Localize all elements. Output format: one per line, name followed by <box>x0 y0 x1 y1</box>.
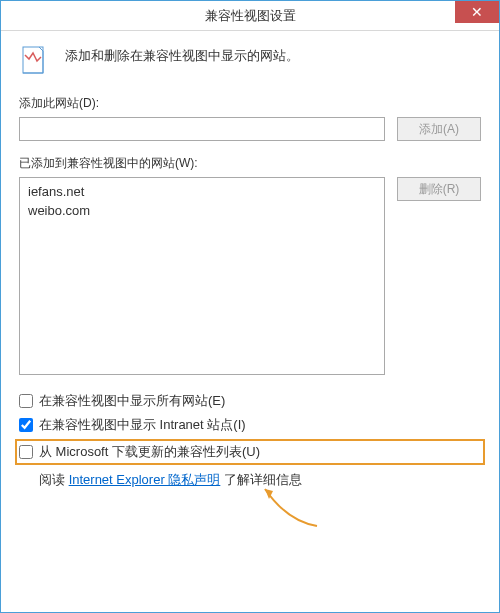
list-item[interactable]: iefans.net <box>28 182 376 201</box>
description-text: 添加和删除在兼容性视图中显示的网站。 <box>65 45 299 65</box>
site-listbox[interactable]: iefans.net weibo.com <box>19 177 385 375</box>
checkbox-show-all[interactable] <box>19 394 33 408</box>
checkbox-download-ms[interactable] <box>19 445 33 459</box>
add-site-label: 添加此网站(D): <box>19 95 481 112</box>
check-show-intranet-label: 在兼容性视图中显示 Intranet 站点(I) <box>39 416 246 434</box>
close-button[interactable]: ✕ <box>455 1 499 23</box>
check-download-ms[interactable]: 从 Microsoft 下载更新的兼容性列表(U) <box>15 439 485 465</box>
check-show-all[interactable]: 在兼容性视图中显示所有网站(E) <box>19 389 481 413</box>
add-site-row: 添加(A) <box>19 117 481 141</box>
privacy-link[interactable]: Internet Explorer 隐私声明 <box>69 472 221 487</box>
compat-view-icon <box>19 45 51 77</box>
check-show-intranet[interactable]: 在兼容性视图中显示 Intranet 站点(I) <box>19 413 481 437</box>
dialog-content: 添加和删除在兼容性视图中显示的网站。 添加此网站(D): 添加(A) 已添加到兼… <box>1 31 499 503</box>
privacy-suffix: 了解详细信息 <box>220 472 302 487</box>
window-title: 兼容性视图设置 <box>205 7 296 25</box>
svg-marker-1 <box>265 489 273 499</box>
list-item[interactable]: weibo.com <box>28 201 376 220</box>
site-list-label: 已添加到兼容性视图中的网站(W): <box>19 155 481 172</box>
privacy-line: 阅读 Internet Explorer 隐私声明 了解详细信息 <box>19 467 481 489</box>
list-button-column: 删除(R) <box>397 177 481 375</box>
check-download-ms-label: 从 Microsoft 下载更新的兼容性列表(U) <box>39 443 260 461</box>
header-row: 添加和删除在兼容性视图中显示的网站。 <box>19 45 481 77</box>
dialog-window: 兼容性视图设置 ✕ 添加和删除在兼容性视图中显示的网站。 添加此网站(D): 添… <box>0 0 500 613</box>
check-show-all-label: 在兼容性视图中显示所有网站(E) <box>39 392 225 410</box>
annotation-arrow-icon <box>257 481 327 531</box>
checkbox-group: 在兼容性视图中显示所有网站(E) 在兼容性视图中显示 Intranet 站点(I… <box>19 389 481 489</box>
add-site-input[interactable] <box>19 117 385 141</box>
close-icon: ✕ <box>471 4 483 20</box>
checkbox-show-intranet[interactable] <box>19 418 33 432</box>
add-button[interactable]: 添加(A) <box>397 117 481 141</box>
site-list-row: iefans.net weibo.com 删除(R) <box>19 177 481 375</box>
remove-button[interactable]: 删除(R) <box>397 177 481 201</box>
svg-rect-0 <box>23 47 43 73</box>
privacy-prefix: 阅读 <box>39 472 69 487</box>
titlebar: 兼容性视图设置 ✕ <box>1 1 499 31</box>
